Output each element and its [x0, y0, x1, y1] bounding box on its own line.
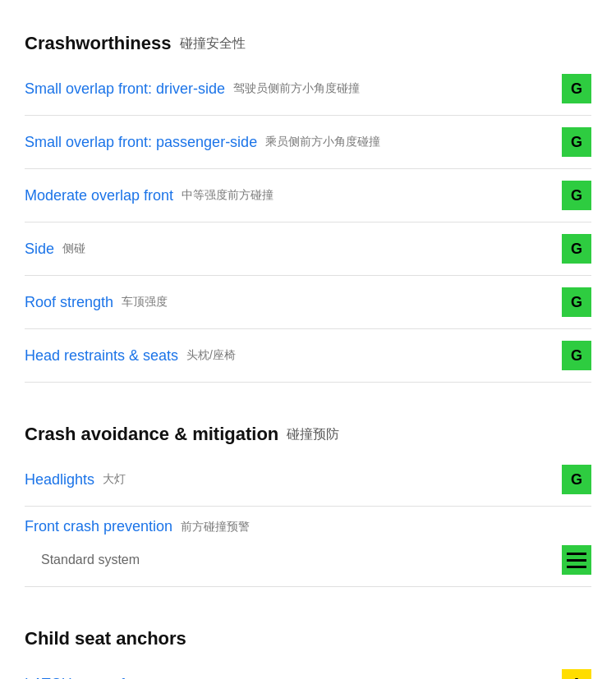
badge-g: G	[562, 127, 591, 157]
row-label-cn: 大灯	[103, 472, 126, 487]
table-row: Head restraints & seats 头枕/座椅 G	[25, 329, 591, 383]
row-label: Head restraints & seats 头枕/座椅	[25, 347, 562, 365]
row-label-text[interactable]: Roof strength	[25, 294, 113, 311]
section-child-seat: Child seat anchors LATCH ease of use A	[25, 628, 591, 679]
badge-g: G	[562, 465, 591, 494]
row-label-text[interactable]: LATCH ease of use	[25, 676, 153, 680]
section-title-text: Crashworthiness	[25, 33, 172, 54]
row-label-cn: 驾驶员侧前方小角度碰撞	[233, 81, 360, 96]
row-label-cn: 前方碰撞预警	[181, 520, 250, 534]
badge-line	[567, 566, 586, 568]
section-title-crashworthiness: Crashworthiness 碰撞安全性	[25, 33, 591, 54]
row-label-cn: 侧碰	[62, 241, 85, 256]
badge-g: G	[562, 287, 591, 317]
row-label: Small overlap front: driver-side 驾驶员侧前方小…	[25, 80, 562, 98]
row-label: Headlights 大灯	[25, 471, 562, 489]
row-label-text[interactable]: Moderate overlap front	[25, 187, 173, 204]
badge-line	[567, 559, 586, 562]
table-row: Roof strength 车顶强度 G	[25, 276, 591, 329]
badge-g: G	[562, 341, 591, 370]
section-title-text: Child seat anchors	[25, 628, 186, 649]
row-label-text[interactable]: Head restraints & seats	[25, 347, 178, 365]
table-row: Small overlap front: driver-side 驾驶员侧前方小…	[25, 62, 591, 116]
spacer	[25, 383, 591, 407]
row-label-text[interactable]: Headlights	[25, 471, 94, 489]
row-label-cn: 中等强度前方碰撞	[182, 188, 274, 203]
section-crashworthiness: Crashworthiness 碰撞安全性 Small overlap fron…	[25, 33, 591, 383]
section-title-cn: 碰撞安全性	[180, 35, 246, 53]
row-label-cn: 乘员侧前方小角度碰撞	[265, 135, 380, 149]
sub-row: Standard system	[25, 537, 591, 587]
badge-g: G	[562, 234, 591, 264]
table-row: Moderate overlap front 中等强度前方碰撞 G	[25, 169, 591, 223]
row-label: Moderate overlap front 中等强度前方碰撞	[25, 187, 562, 204]
section-title-child-seat: Child seat anchors	[25, 628, 591, 649]
row-label-text[interactable]: Small overlap front: driver-side	[25, 80, 225, 98]
table-row: Side 侧碰 G	[25, 223, 591, 276]
row-label: Small overlap front: passenger-side 乘员侧前…	[25, 134, 562, 151]
badge-a: A	[562, 669, 591, 679]
row-label-text[interactable]: Side	[25, 241, 54, 258]
row-label-cn: 头枕/座椅	[186, 348, 236, 363]
section-crash-avoidance: Crash avoidance & mitigation 碰撞预防 Headli…	[25, 424, 591, 587]
spacer	[25, 587, 591, 612]
row-label: LATCH ease of use	[25, 676, 562, 680]
badge-lines	[562, 545, 591, 575]
table-row: Headlights 大灯 G	[25, 453, 591, 507]
sub-row-text: Standard system	[41, 553, 140, 567]
badge-g: G	[562, 181, 591, 210]
row-label: Side 侧碰	[25, 241, 562, 258]
badge-line	[567, 553, 586, 555]
section-title-cn: 碰撞预防	[287, 426, 339, 443]
table-row: Front crash prevention 前方碰撞预警	[25, 507, 591, 537]
table-row: LATCH ease of use A	[25, 658, 591, 679]
table-row: Small overlap front: passenger-side 乘员侧前…	[25, 116, 591, 169]
section-title-text: Crash avoidance & mitigation	[25, 424, 278, 445]
row-label-text[interactable]: Front crash prevention	[25, 518, 172, 535]
row-label-cn: 车顶强度	[122, 295, 168, 310]
row-label: Front crash prevention 前方碰撞预警	[25, 518, 591, 535]
section-title-crash-avoidance: Crash avoidance & mitigation 碰撞预防	[25, 424, 591, 445]
page-container: Crashworthiness 碰撞安全性 Small overlap fron…	[25, 33, 591, 679]
badge-g: G	[562, 74, 591, 103]
row-label-text[interactable]: Small overlap front: passenger-side	[25, 134, 257, 151]
row-label: Roof strength 车顶强度	[25, 294, 562, 311]
